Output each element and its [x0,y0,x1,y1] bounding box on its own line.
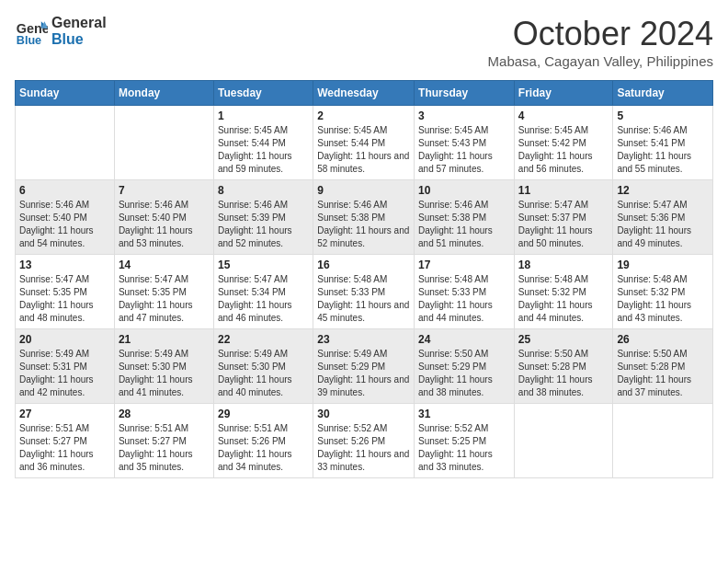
day-info: Sunrise: 5:46 AM Sunset: 5:40 PM Dayligh… [19,199,110,250]
day-info: Sunrise: 5:45 AM Sunset: 5:42 PM Dayligh… [518,124,609,176]
day-info: Sunrise: 5:48 AM Sunset: 5:32 PM Dayligh… [518,273,609,325]
day-number: 27 [19,408,110,420]
calendar-cell: 13Sunrise: 5:47 AM Sunset: 5:35 PM Dayli… [16,255,115,329]
day-info: Sunrise: 5:49 AM Sunset: 5:31 PM Dayligh… [19,348,110,399]
logo-blue: Blue [51,31,107,48]
calendar-cell: 3Sunrise: 5:45 AM Sunset: 5:43 PM Daylig… [415,106,515,180]
weekday-header-wednesday: Wednesday [313,81,415,106]
day-number: 4 [518,109,609,122]
svg-text:General: General [17,21,48,36]
day-info: Sunrise: 5:50 AM Sunset: 5:29 PM Dayligh… [418,348,510,399]
week-row-2: 6Sunrise: 5:46 AM Sunset: 5:40 PM Daylig… [16,180,713,255]
day-number: 28 [119,408,210,420]
calendar-cell: 2Sunrise: 5:45 AM Sunset: 5:44 PM Daylig… [313,106,415,180]
calendar-cell: 7Sunrise: 5:46 AM Sunset: 5:40 PM Daylig… [114,180,213,255]
calendar-cell: 20Sunrise: 5:49 AM Sunset: 5:31 PM Dayli… [16,329,115,404]
logo-icon: General Blue [15,15,48,48]
day-info: Sunrise: 5:47 AM Sunset: 5:35 PM Dayligh… [119,273,210,325]
day-info: Sunrise: 5:49 AM Sunset: 5:29 PM Dayligh… [317,348,410,399]
calendar-cell: 14Sunrise: 5:47 AM Sunset: 5:35 PM Dayli… [114,255,213,329]
calendar-cell: 29Sunrise: 5:51 AM Sunset: 5:26 PM Dayli… [213,404,313,478]
calendar-cell: 30Sunrise: 5:52 AM Sunset: 5:26 PM Dayli… [313,404,415,478]
day-number: 11 [518,184,609,197]
weekday-header-friday: Friday [514,81,613,106]
calendar-cell [114,106,213,180]
calendar-cell: 5Sunrise: 5:46 AM Sunset: 5:41 PM Daylig… [613,106,713,180]
week-row-4: 20Sunrise: 5:49 AM Sunset: 5:31 PM Dayli… [16,329,713,404]
day-number: 3 [418,109,510,122]
calendar-cell: 22Sunrise: 5:49 AM Sunset: 5:30 PM Dayli… [213,329,313,404]
day-number: 25 [518,333,609,346]
header: General Blue General Blue October 2024 M… [15,15,713,69]
calendar-cell: 16Sunrise: 5:48 AM Sunset: 5:33 PM Dayli… [313,255,415,329]
calendar-cell: 28Sunrise: 5:51 AM Sunset: 5:27 PM Dayli… [114,404,213,478]
calendar-cell: 21Sunrise: 5:49 AM Sunset: 5:30 PM Dayli… [114,329,213,404]
day-number: 19 [617,259,709,271]
day-info: Sunrise: 5:47 AM Sunset: 5:34 PM Dayligh… [218,273,309,325]
calendar-cell: 19Sunrise: 5:48 AM Sunset: 5:32 PM Dayli… [613,255,713,329]
calendar-cell [514,404,613,478]
day-info: Sunrise: 5:45 AM Sunset: 5:43 PM Dayligh… [418,124,510,176]
day-info: Sunrise: 5:48 AM Sunset: 5:33 PM Dayligh… [317,273,410,325]
month-title: October 2024 [488,15,713,53]
day-info: Sunrise: 5:46 AM Sunset: 5:38 PM Dayligh… [418,199,510,250]
day-number: 12 [617,184,709,197]
day-number: 6 [19,184,110,197]
calendar-cell: 8Sunrise: 5:46 AM Sunset: 5:39 PM Daylig… [213,180,313,255]
week-row-3: 13Sunrise: 5:47 AM Sunset: 5:35 PM Dayli… [16,255,713,329]
calendar-cell: 4Sunrise: 5:45 AM Sunset: 5:42 PM Daylig… [514,106,613,180]
day-number: 13 [19,259,110,271]
day-number: 23 [317,333,410,346]
day-info: Sunrise: 5:49 AM Sunset: 5:30 PM Dayligh… [119,348,210,399]
day-number: 22 [218,333,309,346]
day-number: 10 [418,184,510,197]
logo: General Blue General Blue [15,15,107,48]
day-number: 30 [317,408,410,420]
day-info: Sunrise: 5:45 AM Sunset: 5:44 PM Dayligh… [317,124,410,176]
weekday-header-sunday: Sunday [16,81,115,106]
day-number: 21 [119,333,210,346]
day-number: 5 [617,109,709,122]
day-number: 17 [418,259,510,271]
day-info: Sunrise: 5:49 AM Sunset: 5:30 PM Dayligh… [218,348,309,399]
calendar-cell: 10Sunrise: 5:46 AM Sunset: 5:38 PM Dayli… [415,180,515,255]
day-number: 26 [617,333,709,346]
day-number: 14 [119,259,210,271]
day-info: Sunrise: 5:47 AM Sunset: 5:37 PM Dayligh… [518,199,609,250]
day-info: Sunrise: 5:46 AM Sunset: 5:38 PM Dayligh… [317,199,410,250]
day-info: Sunrise: 5:47 AM Sunset: 5:36 PM Dayligh… [617,199,709,250]
day-number: 8 [218,184,309,197]
day-info: Sunrise: 5:52 AM Sunset: 5:25 PM Dayligh… [418,422,510,474]
calendar-cell [16,106,115,180]
day-number: 16 [317,259,410,271]
day-number: 18 [518,259,609,271]
svg-text:Blue: Blue [17,34,41,47]
day-info: Sunrise: 5:46 AM Sunset: 5:39 PM Dayligh… [218,199,309,250]
day-number: 29 [218,408,309,420]
calendar-cell: 15Sunrise: 5:47 AM Sunset: 5:34 PM Dayli… [213,255,313,329]
day-info: Sunrise: 5:46 AM Sunset: 5:40 PM Dayligh… [119,199,210,250]
calendar-cell: 27Sunrise: 5:51 AM Sunset: 5:27 PM Dayli… [16,404,115,478]
title-block: October 2024 Mabasa, Cagayan Valley, Phi… [488,15,713,69]
calendar-cell [613,404,713,478]
weekday-header-row: SundayMondayTuesdayWednesdayThursdayFrid… [16,81,713,106]
day-info: Sunrise: 5:48 AM Sunset: 5:32 PM Dayligh… [617,273,709,325]
weekday-header-monday: Monday [114,81,213,106]
day-number: 1 [218,109,309,122]
day-number: 15 [218,259,309,271]
day-number: 7 [119,184,210,197]
day-number: 20 [19,333,110,346]
calendar-cell: 26Sunrise: 5:50 AM Sunset: 5:28 PM Dayli… [613,329,713,404]
weekday-header-tuesday: Tuesday [213,81,313,106]
day-info: Sunrise: 5:47 AM Sunset: 5:35 PM Dayligh… [19,273,110,325]
week-row-5: 27Sunrise: 5:51 AM Sunset: 5:27 PM Dayli… [16,404,713,478]
weekday-header-saturday: Saturday [613,81,713,106]
day-info: Sunrise: 5:51 AM Sunset: 5:27 PM Dayligh… [19,422,110,474]
calendar-cell: 23Sunrise: 5:49 AM Sunset: 5:29 PM Dayli… [313,329,415,404]
calendar-cell: 17Sunrise: 5:48 AM Sunset: 5:33 PM Dayli… [415,255,515,329]
calendar-cell: 1Sunrise: 5:45 AM Sunset: 5:44 PM Daylig… [213,106,313,180]
day-number: 24 [418,333,510,346]
day-number: 31 [418,408,510,420]
day-info: Sunrise: 5:52 AM Sunset: 5:26 PM Dayligh… [317,422,410,474]
weekday-header-thursday: Thursday [415,81,515,106]
